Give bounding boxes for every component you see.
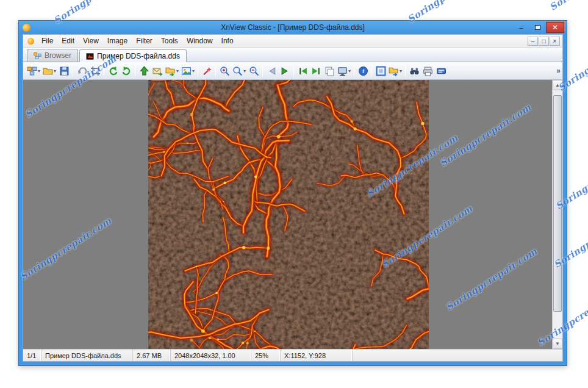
status-filename: Пример DDS-файла.dds bbox=[41, 350, 133, 361]
crop-button[interactable] bbox=[88, 63, 102, 78]
scroll-up-arrow-icon[interactable]: ▲ bbox=[553, 80, 562, 90]
browser-button[interactable]: ▾ bbox=[26, 63, 41, 78]
scanner-icon bbox=[436, 66, 446, 76]
rotate-right-button[interactable] bbox=[120, 63, 133, 78]
browse-folder-button[interactable]: ▾ bbox=[387, 63, 403, 78]
slideshow-button[interactable]: ▾ bbox=[180, 63, 196, 78]
next-icon bbox=[280, 66, 290, 76]
search-button[interactable] bbox=[407, 63, 421, 78]
status-bar: 1/1 Пример DDS-файла.dds 2.67 MB 2048x20… bbox=[23, 349, 562, 361]
status-dimensions: 2048x2048x32, 1.00 bbox=[171, 350, 251, 361]
zoom-out-button[interactable] bbox=[247, 63, 260, 78]
tab-image-file[interactable]: Пример DDS-файла.dds bbox=[79, 49, 187, 62]
magic-wand-icon bbox=[202, 66, 212, 76]
watermark-text: Soringpcrepair.com bbox=[548, 0, 588, 13]
close-button[interactable]: ✕ bbox=[546, 22, 564, 33]
zoom-level-icon bbox=[232, 66, 243, 76]
dropdown-arrow-icon[interactable]: ▾ bbox=[192, 68, 195, 74]
print-button[interactable] bbox=[421, 63, 434, 78]
toolbar-separator bbox=[262, 65, 263, 76]
toolbar-separator bbox=[215, 65, 216, 76]
toolbar-overflow-chevron[interactable]: » bbox=[556, 62, 561, 79]
send-mail-icon bbox=[152, 66, 163, 76]
rotate-right-icon bbox=[121, 66, 132, 76]
copy-image-button[interactable] bbox=[323, 63, 336, 78]
rotate-left-button[interactable] bbox=[106, 63, 120, 78]
dropdown-arrow-icon[interactable]: ▾ bbox=[348, 68, 351, 74]
dropdown-arrow-icon[interactable]: ▾ bbox=[38, 68, 40, 74]
image-canvas[interactable] bbox=[23, 80, 552, 349]
print-icon bbox=[423, 66, 433, 76]
toolbar-separator bbox=[371, 65, 372, 76]
status-cursor-pos: X:1152, Y:928 bbox=[281, 350, 353, 361]
info-button[interactable]: i bbox=[356, 63, 370, 78]
menu-edit[interactable]: Edit bbox=[57, 35, 79, 46]
open-icon bbox=[43, 66, 53, 76]
app-window: XnView Classic - [Пример DDS-файла.dds] … bbox=[18, 20, 567, 366]
last-image-button[interactable] bbox=[309, 63, 323, 78]
browser-icon bbox=[27, 66, 37, 76]
menu-image[interactable]: Image bbox=[103, 35, 132, 46]
titlebar[interactable]: XnView Classic - [Пример DDS-файла.dds] … bbox=[19, 21, 567, 34]
toolbar: ▾▾▾▾▾▾i▾» bbox=[23, 62, 562, 80]
vertical-scrollbar[interactable]: ▲ ▼ bbox=[552, 80, 562, 349]
tab-browser[interactable]: Browser bbox=[27, 49, 78, 62]
last-image-icon bbox=[311, 66, 321, 76]
menu-filter[interactable]: Filter bbox=[132, 35, 157, 46]
export-icon bbox=[165, 66, 176, 76]
menu-window[interactable]: Window bbox=[182, 35, 217, 46]
dropdown-arrow-icon[interactable]: ▾ bbox=[54, 68, 56, 74]
fullscreen-button[interactable] bbox=[374, 63, 387, 78]
previous-button[interactable] bbox=[265, 63, 278, 78]
menu-file[interactable]: File bbox=[37, 35, 57, 46]
scanner-button[interactable] bbox=[434, 63, 448, 78]
status-filler bbox=[353, 350, 562, 361]
screen-capture-button[interactable]: ▾ bbox=[336, 63, 352, 78]
send-mail-button[interactable] bbox=[151, 63, 164, 78]
tab-label: Пример DDS-файла.dds bbox=[97, 52, 180, 60]
maximize-button[interactable] bbox=[529, 22, 546, 33]
toolbar-separator bbox=[135, 65, 135, 76]
save-button[interactable] bbox=[57, 63, 71, 78]
menu-tools[interactable]: Tools bbox=[157, 35, 182, 46]
toolbar-separator bbox=[405, 65, 406, 76]
search-icon bbox=[409, 66, 420, 76]
toolbar-separator bbox=[73, 65, 73, 76]
minimize-button[interactable]: – bbox=[513, 22, 529, 33]
first-image-button[interactable] bbox=[296, 63, 309, 78]
viewed-image[interactable] bbox=[148, 80, 429, 349]
mdi-close-button[interactable]: × bbox=[550, 37, 560, 46]
scrollbar-thumb[interactable] bbox=[553, 95, 562, 312]
undo-icon bbox=[77, 66, 87, 76]
info-icon: i bbox=[358, 66, 368, 76]
menu-bar: File Edit View Image Filter Tools Window… bbox=[23, 35, 562, 48]
toolbar-separator bbox=[293, 65, 294, 76]
scroll-down-arrow-icon[interactable]: ▼ bbox=[553, 339, 562, 349]
status-page-count: 1/1 bbox=[23, 350, 41, 361]
status-zoom-level: 25% bbox=[251, 350, 281, 361]
content-area: ▲ ▼ bbox=[23, 80, 562, 349]
scrollbar-track[interactable] bbox=[553, 90, 562, 339]
zoom-in-icon bbox=[220, 66, 230, 76]
crop-icon bbox=[90, 66, 101, 76]
move-up-button[interactable] bbox=[137, 63, 151, 78]
menu-view[interactable]: View bbox=[79, 35, 103, 46]
window-client-area: File Edit View Image Filter Tools Window… bbox=[23, 34, 563, 362]
magic-wand-button[interactable] bbox=[200, 63, 213, 78]
zoom-in-button[interactable] bbox=[218, 63, 231, 78]
mdi-minimize-button[interactable]: – bbox=[528, 37, 538, 46]
undo-button[interactable] bbox=[75, 63, 88, 78]
dropdown-arrow-icon[interactable]: ▾ bbox=[176, 68, 179, 74]
next-button[interactable] bbox=[278, 63, 292, 78]
toolbar-separator bbox=[354, 65, 354, 76]
open-button[interactable]: ▾ bbox=[41, 63, 57, 78]
dropdown-arrow-icon[interactable]: ▾ bbox=[400, 68, 402, 74]
menu-info[interactable]: Info bbox=[217, 35, 238, 46]
export-button[interactable]: ▾ bbox=[164, 63, 180, 78]
dropdown-arrow-icon[interactable]: ▾ bbox=[243, 68, 246, 74]
save-icon bbox=[59, 66, 70, 76]
zoom-level-button[interactable]: ▾ bbox=[231, 63, 247, 78]
rotate-left-icon bbox=[108, 66, 118, 76]
mdi-restore-button[interactable]: □ bbox=[539, 37, 549, 46]
toolbar-separator bbox=[104, 65, 104, 76]
